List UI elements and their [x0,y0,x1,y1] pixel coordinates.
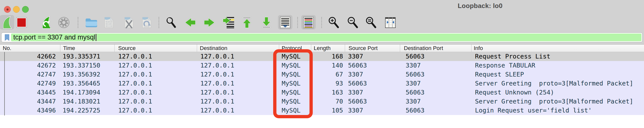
cell-destination[interactable]: 127.0.0.1 [197,79,279,88]
zoom-in-button[interactable] [327,16,340,29]
filter-bookmark-button[interactable] [3,34,11,41]
cell-length[interactable]: 105 [311,106,345,115]
open-capture-file-button[interactable] [85,16,98,29]
toolbar-separator [297,17,298,28]
cell-length[interactable]: 140 [311,61,345,70]
cell-destination[interactable]: 127.0.0.1 [197,61,279,70]
go-to-packet-button[interactable] [222,16,235,29]
cell-length[interactable]: 67 [311,70,345,79]
cell-source_port[interactable]: 56063 [345,97,400,106]
colorize-packets-button[interactable] [302,16,315,29]
minimize-window-button[interactable] [13,6,20,13]
find-packet-button[interactable] [165,16,178,29]
cell-info[interactable]: Request SLEEP [471,70,644,79]
packet-row[interactable]: 42662193.335371127.0.0.1127.0.0.1MySQL16… [0,52,644,61]
packet-row[interactable]: 42747193.356392127.0.0.1127.0.0.1MySQL67… [0,70,644,79]
cell-no[interactable]: 42749 [0,79,60,88]
cell-destination[interactable]: 127.0.0.1 [197,97,279,106]
cell-source[interactable]: 127.0.0.1 [115,79,197,88]
save-capture-file-button[interactable]: 01010 01101 01110 [102,16,115,29]
cell-info[interactable]: Request Process List [471,52,644,61]
start-capture-button[interactable] [1,16,14,29]
cell-source[interactable]: 127.0.0.1 [115,88,197,97]
cell-destination_port[interactable]: 3307 [400,97,471,106]
column-header-source_port[interactable]: Source Port [345,44,400,52]
cell-info[interactable]: Server Greeting proto=3[Malformed Packet… [471,79,644,88]
packet-row[interactable]: 43445194.173094127.0.0.1127.0.0.1MySQL16… [0,88,644,97]
cell-source[interactable]: 127.0.0.1 [115,97,197,106]
zoom-100-button[interactable] [365,16,378,29]
go-forward-button[interactable] [203,16,216,29]
cell-time[interactable]: 194.183021 [60,97,115,106]
cell-no[interactable]: 42662 [0,52,60,61]
cell-length[interactable]: 168 [311,52,345,61]
cell-no[interactable]: 42747 [0,70,60,79]
cell-length[interactable]: 163 [311,88,345,97]
display-filter-field[interactable]: tcp.port == 3307 and mysql [1,32,642,42]
cell-info[interactable]: Login Request user='field list' [471,106,644,115]
cell-no[interactable]: 42672 [0,61,60,70]
cell-info[interactable]: Response TABULAR [471,61,644,70]
cell-destination_port[interactable]: 56063 [400,70,471,79]
cell-source_port[interactable]: 3307 [345,88,400,97]
cell-destination[interactable]: 127.0.0.1 [197,106,279,115]
cell-info[interactable]: Server Greeting proto=3[Malformed Packet… [471,97,644,106]
cell-destination_port[interactable]: 56063 [400,88,471,97]
cell-length[interactable]: 93 [311,79,345,88]
zoom-out-button[interactable] [346,16,359,29]
cell-destination_port[interactable]: 56063 [400,52,471,61]
cell-source_port[interactable]: 3307 [345,52,400,61]
zoom-window-button[interactable] [22,6,29,13]
reload-capture-file-button[interactable]: 1010 [140,16,153,29]
go-to-last-packet-button[interactable] [260,16,273,29]
restart-capture-button[interactable] [40,16,53,29]
close-window-button[interactable] [4,6,11,13]
go-back-button[interactable] [184,16,197,29]
cell-time[interactable]: 194.173094 [60,88,115,97]
cell-destination_port[interactable]: 3307 [400,61,471,70]
cell-source_port[interactable]: 56063 [345,79,400,88]
cell-time[interactable]: 193.356392 [60,70,115,79]
packet-row[interactable]: 43447194.183021127.0.0.1127.0.0.1MySQL70… [0,97,644,106]
display-filter-input[interactable]: tcp.port == 3307 and mysql [11,34,641,41]
cell-destination_port[interactable]: 3307 [400,79,471,88]
stop-capture-button[interactable] [15,16,28,29]
cell-destination[interactable]: 127.0.0.1 [197,88,279,97]
column-header-source[interactable]: Source [115,44,197,52]
capture-options-button[interactable] [57,16,70,29]
cell-source_port[interactable]: 3307 [345,70,400,79]
column-header-no[interactable]: No. [0,44,60,52]
packet-row[interactable]: 43496194.225725127.0.0.1127.0.0.1MySQL10… [0,106,644,115]
cell-source[interactable]: 127.0.0.1 [115,61,197,70]
cell-no[interactable]: 43445 [0,88,60,97]
cell-destination_port[interactable]: 56063 [400,106,471,115]
packet-row[interactable]: 42749193.356465127.0.0.1127.0.0.1MySQL93… [0,79,644,88]
column-header-destination[interactable]: Destination [197,44,279,52]
column-header-info[interactable]: Info [471,44,644,52]
column-header-time[interactable]: Time [60,44,115,52]
cell-info[interactable]: Request Unknown (254) [471,88,644,97]
cell-time[interactable]: 193.335371 [60,52,115,61]
auto-scroll-button[interactable] [279,16,292,29]
cell-destination[interactable]: 127.0.0.1 [197,70,279,79]
close-capture-file-button[interactable] [122,16,135,29]
packet-row[interactable]: 42672193.337150127.0.0.1127.0.0.1MySQL14… [0,61,644,70]
column-header-length[interactable]: Length [311,44,345,52]
cell-source[interactable]: 127.0.0.1 [115,52,197,61]
cell-length[interactable]: 70 [311,97,345,106]
cell-source_port[interactable]: 3307 [345,106,400,115]
cell-no[interactable]: 43447 [0,97,60,106]
cell-time[interactable]: 194.225725 [60,106,115,115]
cell-source_port[interactable]: 56063 [345,61,400,70]
go-to-first-packet-button[interactable] [240,16,253,29]
window-title: Loopback: lo0 [458,2,503,10]
cell-source[interactable]: 127.0.0.1 [115,70,197,79]
packet-list: 42662193.335371127.0.0.1127.0.0.1MySQL16… [0,52,644,115]
cell-time[interactable]: 193.337150 [60,61,115,70]
cell-destination[interactable]: 127.0.0.1 [197,52,279,61]
column-header-destination_port[interactable]: Destination Port [400,44,471,52]
cell-time[interactable]: 193.356465 [60,79,115,88]
cell-source[interactable]: 127.0.0.1 [115,106,197,115]
resize-columns-button[interactable] [384,16,397,29]
cell-no[interactable]: 43496 [0,106,60,115]
